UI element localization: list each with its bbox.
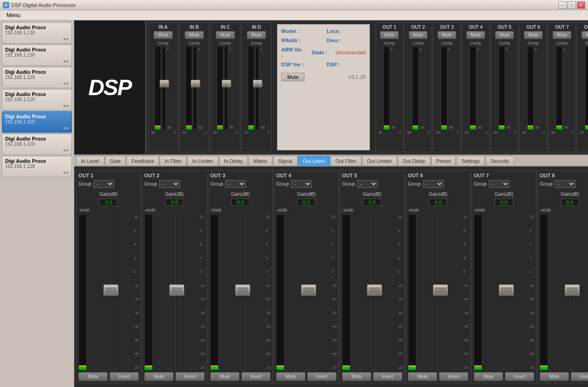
out-fader-area-1[interactable] (87, 214, 134, 370)
tab-in-filter[interactable]: In Filter (160, 156, 187, 166)
out-fader-handle-3[interactable] (235, 284, 250, 296)
tab-security[interactable]: Security (485, 156, 514, 166)
input-mute-button-3[interactable]: Mute (216, 31, 234, 39)
fader-scale-wrapper-3: 129630-10-20-30-40-50-60-70 (210, 214, 271, 370)
gain-input-1[interactable] (99, 199, 118, 206)
scale-tick: 6 (200, 243, 205, 246)
out-fader-handle-8[interactable] (565, 284, 580, 296)
scale-tick: 9 (332, 229, 336, 232)
input-fader-4[interactable] (255, 46, 259, 130)
sidebar-item-7[interactable]: Digi Audio Proce 192.168.1.128 ●● (2, 156, 72, 177)
gain-value-row-6 (408, 199, 468, 206)
gain-input-3[interactable] (231, 199, 250, 206)
tab-feedback[interactable]: Feedback (126, 156, 159, 166)
group-select-3[interactable]: - A B C (225, 180, 246, 188)
out-fader-handle-7[interactable] (499, 284, 514, 296)
group-select-4[interactable]: - A B C (291, 180, 312, 188)
out-fader-handle-1[interactable] (103, 284, 118, 296)
out-invert-button-6[interactable]: Invert (439, 372, 468, 381)
minimize-button[interactable]: – (558, 1, 567, 9)
close-button[interactable]: ✕ (577, 1, 585, 9)
gain-input-5[interactable] (363, 199, 381, 206)
output-meter-fader-1: 0 -80 (383, 46, 395, 130)
out-fader-area-2[interactable] (153, 214, 200, 370)
sidebar-item-4[interactable]: Digi Audio Proce 192.168.1.128 ●● (2, 89, 72, 110)
input-fader-3[interactable] (224, 46, 228, 130)
group-select-8[interactable]: - A B C (555, 180, 575, 188)
tab-matrix[interactable]: Matrix (248, 156, 272, 166)
sidebar-item-2[interactable]: Digi Audio Proce 192.168.1.130 ●● (2, 45, 72, 66)
out-invert-button-3[interactable]: Invert (241, 372, 271, 381)
out-mute-button-6[interactable]: Mute (408, 372, 437, 381)
tab-out-limiter[interactable]: Out Limiter (362, 156, 397, 166)
out-invert-button-4[interactable]: Invert (307, 372, 336, 381)
gain-input-8[interactable] (561, 199, 579, 206)
out-fader-area-3[interactable] (219, 214, 265, 370)
out-fader-area-5[interactable] (351, 214, 397, 370)
output-mute-top-button-7[interactable]: Mute (553, 31, 571, 39)
sidebar-item-6[interactable]: Digi Audio Proce 192.168.1.100 ●● (2, 134, 72, 155)
out-mute-button-5[interactable]: Mute (342, 372, 371, 381)
group-select-1[interactable]: - A B C (93, 180, 114, 188)
out-fader-handle-2[interactable] (169, 284, 184, 296)
tab-in-level[interactable]: In Level (76, 156, 104, 166)
output-mute-top-button-8[interactable]: Mute (582, 31, 588, 39)
out-invert-button-7[interactable]: Invert (505, 372, 534, 381)
tab-out-level[interactable]: Out Level (298, 156, 330, 166)
out-fader-track-8 (571, 214, 573, 370)
mixer-channel-label-6: OUT 6 (408, 173, 468, 178)
out-mute-button-1[interactable]: Mute (78, 372, 108, 381)
input-mute-button-4[interactable]: Mute (247, 31, 265, 39)
output-mute-top-button-5[interactable]: Mute (495, 31, 514, 39)
group-select-2[interactable]: - A B C (159, 180, 180, 188)
input-fader-1[interactable] (162, 46, 166, 130)
out-mute-button-4[interactable]: Mute (276, 372, 305, 381)
out-mute-button-8[interactable]: Mute (540, 372, 569, 381)
sidebar-item-3[interactable]: Digi Audio Proce 192.168.1.128 ●● (2, 67, 72, 88)
input-mute-button-2[interactable]: Mute (185, 31, 203, 39)
out-mute-button-3[interactable]: Mute (210, 372, 239, 381)
output-mute-top-button-4[interactable]: Mute (466, 31, 485, 39)
tab-in-limiter[interactable]: In Limiter (187, 156, 218, 166)
menu-item-menu[interactable]: Menu (4, 11, 23, 19)
info-mute-button[interactable]: Mute (281, 73, 304, 81)
out-fader-area-7[interactable] (483, 214, 529, 370)
output-mute-top-button-2[interactable]: Mute (409, 31, 427, 39)
out-fader-handle-5[interactable] (367, 284, 382, 296)
out-fader-handle-4[interactable] (301, 284, 316, 296)
group-select-5[interactable]: - A B C (357, 180, 378, 188)
tab-gate[interactable]: Gate (105, 156, 126, 166)
out-mute-button-7[interactable]: Mute (474, 372, 503, 381)
tab-in-delay[interactable]: In Delay (219, 156, 248, 166)
group-select-7[interactable]: - A B C (489, 180, 510, 188)
title-bar-controls[interactable]: – □ ✕ (558, 1, 585, 9)
sidebar-item-name: Digi Audio Proce (5, 91, 69, 97)
group-select-6[interactable]: - A B C (423, 180, 444, 188)
out-invert-button-8[interactable]: Invert (571, 372, 588, 381)
output-mute-top-button-6[interactable]: Mute (524, 31, 543, 39)
out-fader-handle-6[interactable] (433, 284, 448, 296)
tab-settings[interactable]: Settings (456, 156, 485, 166)
out-invert-button-1[interactable]: Invert (110, 372, 139, 381)
gain-input-2[interactable] (165, 199, 184, 206)
output-mute-top-button-3[interactable]: Mute (438, 31, 456, 39)
sidebar-item-1[interactable]: Digi Audio Proce 192.168.1.130 ●● (2, 22, 72, 44)
out-mute-button-2[interactable]: Mute (144, 372, 174, 381)
out-fader-area-4[interactable] (285, 214, 331, 370)
sidebar-item-5[interactable]: Digi Audio Proce 192.168.1.100 ●● (2, 111, 72, 133)
out-fader-area-8[interactable] (549, 214, 588, 370)
out-invert-button-2[interactable]: Invert (175, 372, 205, 381)
gain-input-6[interactable] (429, 199, 447, 206)
input-fader-2[interactable] (193, 46, 197, 130)
out-fader-area-6[interactable] (417, 214, 463, 370)
gain-input-4[interactable] (297, 199, 316, 206)
tab-out-delay[interactable]: Out Delay (398, 156, 431, 166)
tab-signal[interactable]: Signal (273, 156, 297, 166)
maximize-button[interactable]: □ (568, 1, 576, 9)
tab-out-filter[interactable]: Out Filter (330, 156, 362, 166)
gain-input-7[interactable] (495, 199, 513, 206)
output-mute-top-button-1[interactable]: Mute (380, 31, 399, 39)
out-invert-button-5[interactable]: Invert (373, 372, 402, 381)
tab-preset[interactable]: Preset (431, 156, 456, 166)
input-mute-button-1[interactable]: Mute (154, 31, 172, 39)
